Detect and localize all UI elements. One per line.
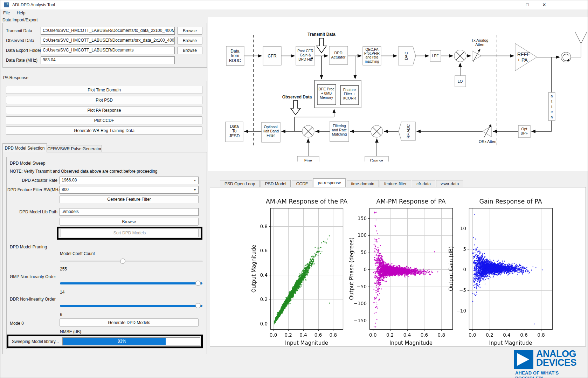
plot-tab-ccdf[interactable]: CCDF	[292, 180, 312, 188]
nmse-label: NMSE (dB):	[60, 329, 82, 334]
dpd-model-lib-path-label: DPD Model Lib Path	[7, 209, 57, 214]
transmit-data-label: Transmit Data	[307, 32, 335, 37]
app-icon	[4, 2, 9, 7]
sort-dpd-models-button[interactable]: Sort DPD Models	[61, 229, 199, 237]
data-export-folder-browse-button[interactable]: Browse	[177, 47, 202, 54]
chevron-down-icon: ▾	[194, 188, 196, 192]
circulator-icon	[561, 52, 571, 62]
model-coeff-count-slider[interactable]	[60, 259, 202, 264]
generate-wb-reg-training-data-button[interactable]: Generate WB Reg Training Data	[6, 126, 202, 135]
slider-thumb[interactable]	[195, 281, 201, 286]
dpd-actuator-rate-value: 1966.08	[62, 178, 77, 183]
dpd-actuator-rate-combobox[interactable]: 1966.08 ▾	[60, 177, 199, 184]
lib-path-browse-button[interactable]: Browse	[60, 218, 199, 226]
dpd-actuator-rate-label: DPD Actuator Rate	[7, 178, 57, 183]
minimize-button[interactable]: –	[504, 0, 517, 9]
slider-thumb[interactable]	[120, 259, 125, 264]
dpd-feature-filter-bw-label: DPD Feature Filter BW(MHz)	[7, 187, 57, 192]
pa-response-charts	[210, 187, 586, 347]
observed-data-arrow	[291, 101, 300, 115]
sweep-progress-highlight: Sweeping Model library... 83%	[7, 335, 203, 348]
feature-filter-xcorr-label: FeatureFilter +XCORR	[343, 88, 356, 100]
pa-response-plot-panel	[210, 187, 586, 346]
generate-dpd-models-button[interactable]: Generate DPD Models	[60, 318, 199, 327]
menu-bar: File Help	[0, 9, 588, 17]
sort-dpd-models-highlight: Sort DPD Models	[57, 227, 202, 240]
plot-ccdf-button[interactable]: Plot CCDF	[6, 116, 202, 124]
gmp-order-slider[interactable]	[60, 281, 202, 286]
close-button[interactable]: ✕	[538, 0, 551, 9]
plot-tab-pa-response[interactable]: pa-response	[313, 178, 346, 187]
observed-data-input[interactable]: C:/Users/SVC_HMCOTT_LABUSER/Documents/or…	[41, 37, 175, 44]
analog-devices-wordmark: ANALOG DEVICES	[536, 350, 576, 367]
menu-file[interactable]: File	[0, 9, 13, 16]
dpd-model-sweep-note: NOTE: Verify Transmit and Observed data …	[10, 169, 158, 174]
mode-label: Mode 0	[10, 321, 24, 326]
model-coeff-count-label: Model Coeff Count	[60, 251, 95, 256]
sweeping-model-library-label: Sweeping Model library...	[12, 339, 59, 344]
gmp-order-value: 14	[60, 290, 64, 295]
slider-track	[60, 305, 202, 307]
ddr-order-label: DDR Non-linearity Order	[10, 297, 56, 302]
slider-track	[60, 261, 202, 262]
generate-feature-filter-button[interactable]: Generate Feature Filter	[60, 195, 199, 203]
dpd-model-lib-path-input[interactable]: .\\models	[60, 208, 199, 216]
divider	[10, 242, 202, 242]
data-import-section-label: Data Import/Export	[2, 18, 38, 22]
ddr-order-value: 6	[60, 312, 62, 317]
filtering-label: Filteringand RateMatching	[332, 124, 347, 136]
data-rate-label: Data Rate (MHz)	[6, 58, 37, 63]
coarse-nco-label: CoarseNCO	[370, 158, 383, 161]
model-coeff-count-value: 255	[60, 267, 67, 272]
title-bar: ADI-DPD Analysis Tool – □ ✕	[0, 0, 588, 9]
rf-adc-label: RF ADC	[406, 124, 410, 138]
dpd-model-pruning-title: DPD Model Pruning	[10, 245, 47, 249]
lo-label: LO	[458, 79, 463, 83]
dpd-model-sweep-title: DPD Model Sweep	[10, 161, 45, 166]
dpd-feature-filter-bw-combobox[interactable]: 800 ▾	[60, 186, 199, 194]
observed-data-label: Observed Data	[6, 38, 34, 43]
cfr-label: CFR	[268, 54, 277, 59]
sweep-progress-bar: 83%	[62, 337, 200, 345]
gmp-order-label: GMP Non-linearity Order	[10, 274, 56, 279]
plot-time-domain-button[interactable]: Plot Time Domain	[6, 86, 202, 94]
tab-dpd-model-selection[interactable]: DPD Model Selection	[2, 143, 47, 152]
plot-pa-response-button[interactable]: Plot PA Response	[6, 106, 202, 114]
menu-help[interactable]: Help	[14, 9, 28, 16]
plot-tab-psd-open-loop[interactable]: PSD Open Loop	[220, 180, 260, 188]
fine-nco-label: FineNCO	[304, 158, 313, 161]
dac-label: DAC	[404, 52, 408, 60]
transmit-data-arrow	[317, 38, 326, 53]
app-window: ADI-DPD Analysis Tool – □ ✕ File Help Da…	[0, 0, 588, 378]
chevron-down-icon: ▾	[194, 178, 196, 182]
sweep-progress-fill	[63, 338, 166, 345]
transmit-data-input[interactable]: C:/Users/SVC_HMCOTT_LABUSER/Documents/tx…	[41, 27, 175, 35]
sweep-progress-text: 83%	[118, 339, 126, 344]
tx-mixer-icon	[454, 50, 466, 62]
data-rate-input[interactable]: 983.04	[41, 56, 175, 64]
ddr-order-slider[interactable]	[60, 303, 202, 309]
plot-tab-cfr-data[interactable]: cfr-data	[412, 180, 435, 188]
dpd-feature-filter-bw-value: 800	[62, 187, 69, 192]
transmit-data-browse-button[interactable]: Browse	[177, 27, 202, 35]
plot-tab-time-domain[interactable]: time-domain	[347, 180, 379, 188]
plot-tab-psd-model[interactable]: PSD Model	[261, 180, 291, 188]
slider-thumb[interactable]	[195, 303, 201, 308]
maximize-button[interactable]: □	[521, 0, 534, 9]
antenna-icon	[571, 32, 587, 57]
slider-track	[60, 282, 202, 284]
tab-cfr-vswr-pulse-generator[interactable]: CFR/VSWR Pulse Generator	[47, 145, 102, 152]
plot-psd-button[interactable]: Plot PSD	[6, 96, 202, 104]
qec-label: QEC,PAProt,PFIRand ratematching	[364, 48, 380, 63]
observed-data-browse-button[interactable]: Browse	[177, 37, 202, 44]
data-export-folder-input[interactable]: C:/Users/SVC_HMCOTT_LABUSER/Documents	[41, 47, 175, 54]
plot-tab-feature-filter[interactable]: feature-filter	[380, 180, 411, 188]
observed-data-label: Observed Data	[282, 95, 312, 99]
plot-tab-vswr-data[interactable]: vswr-data	[436, 180, 463, 188]
dpd-block-diagram: DatafromBDUC CFR Post CFRGain &DPD HB DP…	[209, 25, 588, 161]
analog-devices-logo-icon	[514, 350, 533, 369]
coarse-mixer-icon	[371, 125, 383, 137]
analog-devices-tagline: AHEAD OF WHAT'S POSSIBLE™	[515, 370, 588, 378]
orx-atten-label: ORx Atten	[479, 139, 496, 144]
tx-atten-amp-symbol	[472, 51, 481, 61]
